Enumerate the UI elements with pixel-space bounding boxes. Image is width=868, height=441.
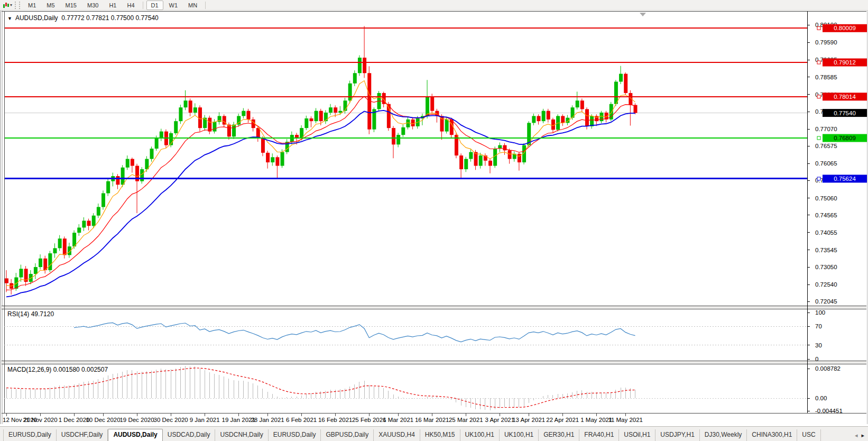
- candle: [275, 157, 279, 166]
- candle: [319, 111, 323, 121]
- timeframe-button-m5[interactable]: M5: [42, 1, 59, 10]
- chart-tab-ger30-h1[interactable]: GER30,H1: [539, 429, 579, 441]
- candle: [184, 100, 188, 107]
- svg-text:-0.004451: -0.004451: [815, 408, 843, 414]
- candle: [261, 139, 265, 153]
- chart-title-symbol: AUDUSD,Daily: [15, 14, 58, 22]
- candle: [5, 278, 8, 283]
- candle: [213, 122, 216, 131]
- date-label: 11 May 2021: [608, 417, 643, 423]
- chart-window[interactable]: 0.801000.795900.790850.785850.780800.775…: [0, 11, 868, 426]
- date-label: 25 Feb 2021: [352, 417, 386, 423]
- date-label: 9 Jan 2021: [190, 417, 220, 423]
- chart-tab-audusd-daily[interactable]: AUDUSD,Daily: [108, 429, 162, 441]
- timeframe-button-mn[interactable]: MN: [183, 1, 202, 10]
- date-label: 21 Nov 2020: [23, 417, 57, 423]
- svg-text:0.74565: 0.74565: [815, 212, 837, 218]
- candle: [174, 121, 178, 133]
- tick-chart-icon-glyph: [3, 2, 10, 8]
- candle: [193, 107, 197, 113]
- candle: [363, 58, 366, 73]
- timeframe-button-h4[interactable]: H4: [122, 1, 139, 10]
- chart-tab-uk100-h1[interactable]: UK100,H1: [460, 429, 500, 441]
- date-label: 6 Feb 2021: [286, 417, 317, 423]
- chart-tab-usdcnh-daily[interactable]: USDCNH,Daily: [215, 429, 268, 441]
- candle: [353, 73, 357, 83]
- chart-title-ohlc: 0.77772 0.77821 0.77500 0.77540: [61, 14, 159, 22]
- candle: [469, 152, 473, 159]
- chart-tab-usoil-h1[interactable]: USOil,H1: [619, 429, 655, 441]
- svg-text:0.74055: 0.74055: [815, 229, 837, 236]
- candle: [82, 221, 86, 227]
- chart-tab-hk50-m15[interactable]: HK50,M15: [420, 429, 460, 441]
- candle: [358, 58, 362, 73]
- timeframe-group: M1M5M15M30H1H4D1W1MN: [23, 1, 208, 10]
- timeframe-button-d1[interactable]: D1: [146, 1, 163, 10]
- candle: [624, 74, 627, 93]
- date-label: 10 Dec 2020: [86, 417, 120, 423]
- rsi-indicator-label: RSI(14) 49.7120: [7, 310, 54, 318]
- chart-tab-usdcad-daily[interactable]: USDCAD,Daily: [163, 429, 216, 441]
- candle: [155, 139, 159, 149]
- date-label: 6 Mar 2021: [383, 417, 413, 423]
- toolbar-grip[interactable]: [15, 2, 20, 9]
- timeframe-button-m1[interactable]: M1: [23, 1, 41, 10]
- candle: [126, 159, 130, 168]
- tab-scroll-left-icon[interactable]: ◂: [855, 432, 858, 439]
- candle: [590, 116, 594, 126]
- candle: [87, 221, 91, 226]
- timeframe-button-m30[interactable]: M30: [82, 1, 103, 10]
- timeframe-button-m15[interactable]: M15: [61, 1, 81, 10]
- chart-tab-eurusd-daily[interactable]: EURUSD,Daily: [269, 429, 321, 441]
- candle: [561, 116, 565, 123]
- candle: [179, 107, 182, 121]
- candle: [150, 149, 154, 159]
- candle: [493, 149, 497, 166]
- chart-tab-xauusd-h4[interactable]: XAUUSD,H4: [374, 429, 420, 441]
- chart-type-dropdown-icon[interactable]: ▾: [10, 3, 12, 7]
- svg-text:0: 0: [815, 356, 818, 362]
- candle: [189, 100, 192, 113]
- chart-tab-dj30-weekly[interactable]: DJ30,Weekly: [700, 429, 747, 441]
- chart-tab-gbpusd-daily[interactable]: GBPUSD,Daily: [321, 429, 374, 441]
- svg-text:0.79012: 0.79012: [834, 59, 856, 66]
- timeframe-button-h1[interactable]: H1: [104, 1, 121, 10]
- candle: [58, 238, 62, 248]
- candle: [348, 84, 352, 100]
- candle: [440, 116, 444, 131]
- chart-tab-usdchf-daily[interactable]: USDCHF,Daily: [57, 429, 108, 441]
- collapse-arrow-icon[interactable]: ▼: [7, 16, 12, 21]
- candle: [599, 113, 603, 121]
- candle: [334, 107, 337, 113]
- date-label: 16 Mar 2021: [415, 417, 449, 423]
- timeframe-button-w1[interactable]: W1: [164, 1, 183, 10]
- chart-tab-uk100-h1[interactable]: UK100,H1: [500, 429, 539, 441]
- chart-tab-eurusd-daily[interactable]: EURUSD,Daily: [3, 429, 57, 441]
- chart-tab-fra40-h1[interactable]: FRA40,H1: [579, 429, 619, 441]
- tick-chart-icon[interactable]: [2, 2, 10, 9]
- svg-text:0.008782: 0.008782: [815, 365, 841, 372]
- chart-tab-usdjpy-h1[interactable]: USDJPY,H1: [655, 429, 699, 441]
- svg-text:0.72540: 0.72540: [815, 281, 837, 288]
- tab-scroll-right-icon[interactable]: ▸: [861, 432, 864, 439]
- price-chart-canvas[interactable]: 0.801000.795900.790850.785850.780800.775…: [0, 11, 868, 426]
- svg-text:0.73050: 0.73050: [815, 264, 837, 270]
- date-label: 25 Mar 2021: [449, 417, 483, 423]
- candle: [97, 207, 100, 215]
- candle: [34, 267, 38, 274]
- date-label: 22 Apr 2021: [546, 417, 579, 423]
- candle: [634, 105, 638, 113]
- candle: [232, 125, 236, 137]
- svg-text:0.76065: 0.76065: [815, 160, 837, 167]
- candle: [488, 161, 492, 166]
- candle: [547, 111, 550, 120]
- date-label: 28 Jan 2021: [251, 417, 284, 423]
- svg-text:0.76809: 0.76809: [834, 135, 856, 141]
- candle: [315, 111, 318, 121]
- date-label: 19 Jan 2021: [222, 417, 255, 423]
- chart-tab-china300-h1[interactable]: CHINA300,H1: [747, 429, 797, 441]
- candle: [542, 111, 546, 121]
- candle: [208, 118, 211, 132]
- chart-tab-usc[interactable]: USC: [797, 429, 820, 441]
- candle: [101, 193, 105, 207]
